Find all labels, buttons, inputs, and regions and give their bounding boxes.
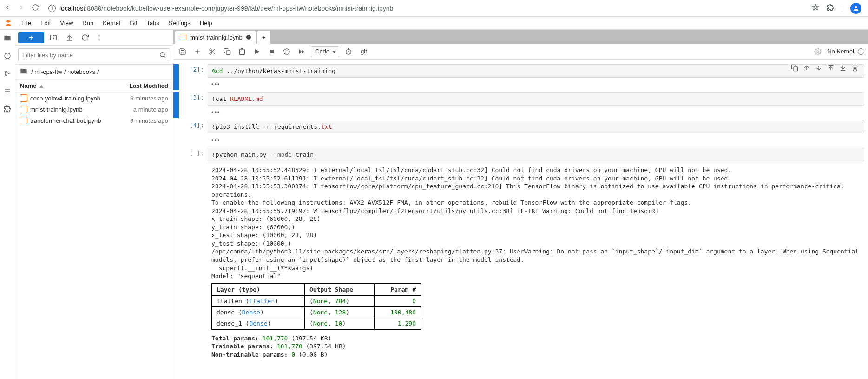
breadcrumb-part[interactable]: ml-ops-ftw <box>34 68 64 75</box>
svg-marker-24 <box>255 49 259 54</box>
insert-below-icon[interactable] <box>839 64 847 73</box>
cell-toolbar <box>791 64 859 73</box>
menu-view[interactable]: View <box>55 18 78 28</box>
kernel-status-label[interactable]: No Kernel <box>827 48 854 55</box>
menu-tabs[interactable]: Tabs <box>142 18 164 28</box>
new-folder-icon[interactable] <box>47 32 60 43</box>
file-name: mnist-trainnig.ipynb <box>30 106 112 113</box>
menu-run[interactable]: Run <box>78 18 98 28</box>
tab-title: mnist-trainnig.ipynb <box>190 34 243 41</box>
output-prompt <box>179 163 208 359</box>
file-list-header: Name ▲ Last Modified <box>15 79 173 93</box>
duplicate-icon[interactable] <box>791 64 798 73</box>
delete-icon[interactable] <box>851 64 859 73</box>
tab-bar: mnist-trainnig.ipynb + <box>173 30 868 44</box>
table-row: flatten (Flatten) (None, 784) 0 <box>212 295 421 307</box>
file-item[interactable]: coco-yolov4-training.ipynb 9 minutes ago <box>15 93 173 104</box>
menu-kernel[interactable]: Kernel <box>98 18 125 28</box>
url-bar[interactable]: i localhost:8080/notebook/kubeflow-user-… <box>44 2 807 15</box>
svg-point-4 <box>9 73 10 74</box>
new-tab-button[interactable]: + <box>257 31 270 44</box>
git-icon[interactable] <box>3 69 12 78</box>
header-modified-label[interactable]: Last Modified <box>112 82 168 89</box>
file-list: coco-yolov4-training.ipynb 9 minutes ago… <box>15 93 173 379</box>
insert-above-icon[interactable] <box>827 64 835 73</box>
insert-cell-icon[interactable] <box>192 46 203 57</box>
restart-icon[interactable] <box>281 46 292 57</box>
menu-help[interactable]: Help <box>195 18 217 28</box>
code-input[interactable]: !python main.py --mode train <box>208 148 864 161</box>
notebook-tab[interactable]: mnist-trainnig.ipynb <box>175 31 256 44</box>
work-area: mnist-trainnig.ipynb + Code git <box>173 30 868 379</box>
bookmark-icon[interactable] <box>812 4 819 13</box>
code-input[interactable]: !pip3 install -r requirements.txt <box>208 120 864 133</box>
extensions-icon[interactable] <box>827 4 834 13</box>
run-icon[interactable] <box>251 46 263 57</box>
profile-avatar[interactable] <box>850 3 861 14</box>
breadcrumb-part[interactable]: / <box>97 68 99 75</box>
model-summary-table: Layer (type) Output Shape Param # flatte… <box>211 283 421 330</box>
notebook-file-icon <box>20 94 27 102</box>
paste-icon[interactable] <box>237 46 248 57</box>
header-name-label[interactable]: Name <box>20 82 36 89</box>
svg-point-1 <box>5 53 10 59</box>
move-up-icon[interactable] <box>803 64 810 73</box>
menu-git[interactable]: Git <box>125 18 142 28</box>
toc-icon[interactable] <box>3 86 12 96</box>
filter-files-input[interactable] <box>18 48 170 61</box>
notebook-icon <box>180 34 186 40</box>
dirty-indicator-icon <box>246 35 251 40</box>
git-toolbar-icon[interactable] <box>94 32 107 43</box>
kernel-indicator-icon[interactable] <box>858 48 864 55</box>
upload-icon[interactable] <box>63 32 76 43</box>
git-toolbar-label[interactable]: git <box>361 48 367 55</box>
forward-icon[interactable] <box>18 4 25 13</box>
th-shape: Output Shape <box>305 284 375 295</box>
new-launcher-button[interactable]: + <box>18 32 44 43</box>
folder-icon[interactable] <box>3 33 12 43</box>
file-modified: 9 minutes ago <box>112 95 168 102</box>
breadcrumb-part[interactable]: notebooks <box>67 68 97 75</box>
cut-icon[interactable] <box>207 46 218 57</box>
th-params: Param # <box>375 284 421 295</box>
running-icon[interactable] <box>3 51 12 60</box>
save-icon[interactable] <box>177 46 188 57</box>
move-down-icon[interactable] <box>815 64 822 73</box>
sort-asc-icon: ▲ <box>38 82 44 89</box>
svg-point-2 <box>5 71 7 73</box>
interrupt-icon[interactable] <box>266 46 277 57</box>
breadcrumb-part[interactable]: / <box>64 68 67 75</box>
code-cell[interactable]: [4]: !pip3 install -r requirements.txt •… <box>173 119 868 147</box>
back-icon[interactable] <box>4 4 11 13</box>
code-cell[interactable]: [ ]: !python main.py --mode train <box>173 147 868 162</box>
breadcrumb[interactable]: / ml-ops-ftw / notebooks / <box>15 65 173 79</box>
file-item[interactable]: mnist-trainnig.ipynb a minute ago <box>15 104 173 115</box>
menu-edit[interactable]: Edit <box>36 18 55 28</box>
notebook-toolbar: Code git No Kernel <box>173 44 868 60</box>
browser-toolbar: i localhost:8080/notebook/kubeflow-user-… <box>0 0 868 17</box>
code-input[interactable]: !cat README.md <box>208 92 864 106</box>
settings-icon[interactable] <box>812 46 823 57</box>
timer-icon[interactable] <box>343 46 354 57</box>
menu-file[interactable]: File <box>17 18 36 28</box>
file-name: transformer-chat-bot.ipynb <box>30 117 112 124</box>
extension-manager-icon[interactable] <box>3 104 12 113</box>
cell-type-select[interactable]: Code <box>311 46 339 57</box>
cell-prompt: [ ]: <box>179 148 208 161</box>
site-info-icon[interactable]: i <box>48 5 56 12</box>
output-cell: 2024-04-28 10:55:52.448629: I external/l… <box>173 162 868 360</box>
code-input[interactable]: %cd ../python/keras-mnist-training <box>208 64 864 78</box>
svg-rect-32 <box>794 67 798 71</box>
refresh-icon[interactable] <box>79 32 92 43</box>
collapsed-output[interactable]: ••• <box>208 106 864 118</box>
svg-point-18 <box>210 53 211 54</box>
code-cell[interactable]: [2]: %cd ../python/keras-mnist-training … <box>173 63 868 91</box>
code-cell[interactable]: [3]: !cat README.md ••• <box>173 91 868 119</box>
file-item[interactable]: transformer-chat-bot.ipynb 9 minutes ago <box>15 115 173 126</box>
collapsed-output[interactable]: ••• <box>208 78 864 90</box>
reload-icon[interactable] <box>32 4 39 13</box>
restart-run-all-icon[interactable] <box>296 46 307 57</box>
copy-icon[interactable] <box>222 46 233 57</box>
menu-settings[interactable]: Settings <box>164 18 195 28</box>
collapsed-output[interactable]: ••• <box>208 133 864 146</box>
